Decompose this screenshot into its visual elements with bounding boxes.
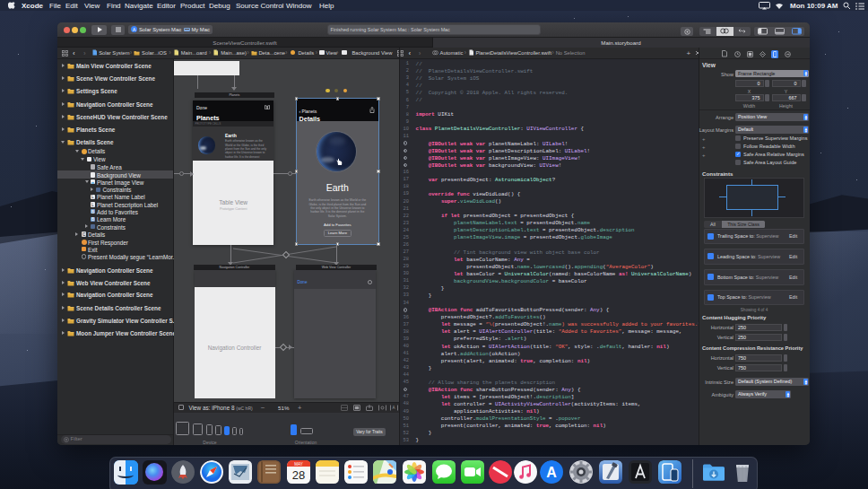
svg-text:28: 28 — [291, 468, 304, 482]
svg-text:A: A — [393, 406, 395, 410]
svg-text:A: A — [546, 465, 557, 480]
svg-text:MAY: MAY — [294, 461, 302, 466]
